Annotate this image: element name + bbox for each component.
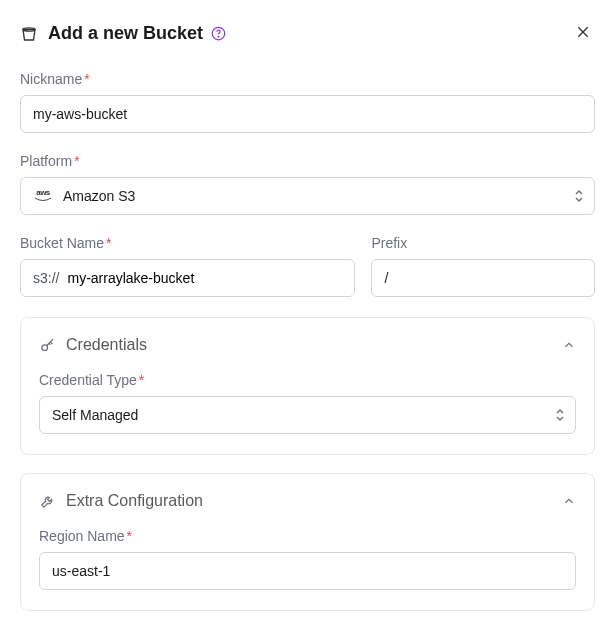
prefix-field: Prefix xyxy=(371,235,595,297)
bucket-icon xyxy=(20,25,38,43)
region-field: Region Name* xyxy=(39,528,576,590)
svg-point-2 xyxy=(218,36,219,37)
credentials-title: Credentials xyxy=(66,336,552,354)
credentials-panel: Credentials Credential Type* Self Manage… xyxy=(20,317,595,455)
bucket-scheme: s3:// xyxy=(21,260,67,296)
region-input[interactable] xyxy=(39,552,576,590)
platform-selected: Amazon S3 xyxy=(63,188,135,204)
credential-type-field: Credential Type* Self Managed xyxy=(39,372,576,434)
aws-icon: aws xyxy=(33,189,53,203)
dialog-title: Add a new Bucket xyxy=(48,23,571,44)
help-icon[interactable] xyxy=(211,26,226,41)
extra-config-panel: Extra Configuration Region Name* xyxy=(20,473,595,611)
bucket-name-field: Bucket Name* s3:// xyxy=(20,235,355,297)
prefix-label: Prefix xyxy=(371,235,595,251)
dialog-header: Add a new Bucket xyxy=(20,20,595,47)
region-label: Region Name* xyxy=(39,528,576,544)
close-button[interactable] xyxy=(571,20,595,47)
bucket-name-input-wrap: s3:// xyxy=(20,259,355,297)
dialog-title-text: Add a new Bucket xyxy=(48,23,203,44)
platform-select[interactable]: aws Amazon S3 xyxy=(20,177,595,215)
bucket-name-input[interactable] xyxy=(67,260,354,296)
nickname-field: Nickname* xyxy=(20,71,595,133)
credential-type-value: Self Managed xyxy=(52,407,138,423)
chevron-up-icon xyxy=(562,338,576,352)
credential-type-select[interactable]: Self Managed xyxy=(39,396,576,434)
chevron-up-icon xyxy=(562,494,576,508)
credentials-panel-header[interactable]: Credentials xyxy=(39,336,576,354)
platform-label: Platform* xyxy=(20,153,595,169)
nickname-input[interactable] xyxy=(20,95,595,133)
extra-config-title: Extra Configuration xyxy=(66,492,552,510)
extra-config-panel-header[interactable]: Extra Configuration xyxy=(39,492,576,510)
platform-field: Platform* aws Amazon S3 xyxy=(20,153,595,215)
close-icon xyxy=(575,24,591,43)
credential-type-label: Credential Type* xyxy=(39,372,576,388)
bucket-name-label: Bucket Name* xyxy=(20,235,355,251)
key-icon xyxy=(39,337,56,354)
prefix-input[interactable] xyxy=(371,259,595,297)
svg-point-5 xyxy=(42,344,48,350)
wrench-icon xyxy=(39,493,56,510)
nickname-label: Nickname* xyxy=(20,71,595,87)
